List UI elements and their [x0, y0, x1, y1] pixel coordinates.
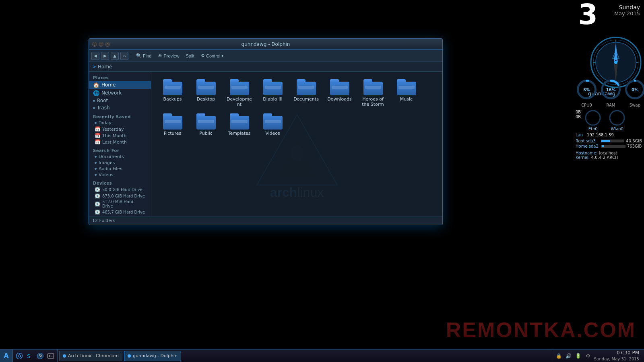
taskbar-tray: 🔒 🔊 🔋 ⚙ 07:30 PM Sunday, May 31, 2015	[552, 350, 644, 362]
folder-templates[interactable]: Templates	[224, 112, 254, 138]
search-for-heading: Search For	[89, 147, 151, 154]
breadcrumb-home[interactable]: Home	[98, 64, 112, 70]
kernel-val: 4.0.4-2-ARCH	[591, 155, 618, 160]
folder-diablo-iii[interactable]: Diablo III	[258, 78, 288, 109]
taskbar-clock-time: 07:30 PM	[594, 350, 639, 356]
disk-section: Root sda3 40.6GiB Home sda2 763GiB	[576, 139, 642, 148]
folder-public[interactable]: Public	[191, 112, 221, 138]
dolphin-app-dot	[128, 354, 131, 358]
sidebar-item-network[interactable]: 🌐 Network	[89, 89, 151, 97]
hostname-val: localhost	[599, 151, 617, 155]
sidebar-item-videos-search[interactable]: Videos	[89, 172, 151, 178]
toolbar-home-button[interactable]: ⌂	[120, 52, 128, 60]
chromium-app-dot	[63, 354, 66, 358]
folder-development[interactable]: Development	[224, 78, 254, 109]
taskbar-icon-chromium[interactable]	[14, 351, 24, 361]
folder-heroes-of-the-storm[interactable]: Heroes of the Storm	[358, 78, 388, 109]
window-minimize-button[interactable]: _	[92, 42, 97, 47]
folder-music[interactable]: Music	[391, 78, 421, 109]
hdd1-icon: 💽	[95, 187, 100, 192]
sidebar-item-hdd4[interactable]: 💽 465.7 GiB Hard Drive	[89, 209, 151, 215]
sidebar-item-today[interactable]: Today	[89, 120, 151, 126]
toolbar-up-button[interactable]: ▲	[111, 52, 119, 60]
disk2-label: Home sda2	[576, 144, 600, 148]
sidebar-item-yesterday[interactable]: 📅 Yesterday	[89, 126, 151, 132]
toolbar-split-button[interactable]: Split	[184, 51, 197, 60]
svg-text:St: St	[39, 354, 42, 358]
tray-icon-battery[interactable]: 🔋	[575, 352, 582, 360]
tray-icon-network[interactable]: 🔒	[555, 352, 563, 360]
taskbar-icon-skype[interactable]: S	[25, 351, 35, 361]
lan-label: Lan	[576, 133, 583, 137]
folder-downloads[interactable]: Downloads	[324, 78, 355, 109]
host-block: Hostname: localhost Kernel: 4.0.4-2-ARCH	[576, 151, 642, 160]
home-icon: 🏠	[93, 82, 99, 88]
places-section: Places 🏠 Home 🌐 Network Root	[89, 74, 151, 111]
sidebar-item-hdd1[interactable]: 💽 50.0 GiB Hard Drive	[89, 186, 151, 193]
file-grid-area: archlinux Backups Desktop Dev	[151, 72, 442, 216]
toolbar-back-button[interactable]: ◀	[91, 52, 99, 60]
root-dot-icon	[93, 100, 95, 102]
tray-icon-settings[interactable]: ⚙	[584, 352, 592, 360]
sidebar-item-documents[interactable]: Documents	[89, 154, 151, 160]
cpu-label: CPU0	[576, 103, 598, 107]
svg-marker-25	[277, 137, 317, 179]
sidebar-item-this-month[interactable]: 📅 This Month	[89, 132, 151, 139]
disk2-size: 763GiB	[627, 144, 642, 148]
taskbar-app-chromium[interactable]: Arch Linux - Chromium	[59, 351, 122, 361]
sidebar-item-last-month[interactable]: 📅 Last Month	[89, 139, 151, 145]
tray-icon-volume[interactable]: 🔊	[565, 352, 572, 360]
gear-icon: ⚙	[201, 53, 205, 58]
sidebar-item-hdd2[interactable]: 💽 873.0 GiB Hard Drive	[89, 193, 151, 199]
taskbar-start-button[interactable]: A	[0, 350, 13, 362]
svg-text:S: S	[27, 353, 30, 359]
sidebar-item-trash[interactable]: Trash	[89, 104, 151, 111]
dolphin-app-label: gunndawg - Dolphin	[133, 353, 178, 358]
places-heading: Places	[89, 74, 151, 81]
dolphin-statusbar: 12 Folders	[89, 216, 442, 225]
toolbar-control-button[interactable]: ⚙ Control ▾	[198, 51, 226, 60]
svg-point-22	[610, 111, 624, 125]
folder-backups[interactable]: Backups	[157, 78, 188, 109]
preview-icon: 👁	[158, 53, 162, 58]
sidebar-item-hdd3[interactable]: 💽 512.0 MiB Hard Drive	[89, 199, 151, 209]
system-monitor: 3% CPU0 16% RAM 0% Swap	[576, 78, 642, 160]
find-icon: 🔍	[136, 53, 142, 58]
eth0-data: 0B 0B Eth0	[576, 110, 642, 131]
svg-rect-35	[48, 354, 54, 358]
taskbar: A S	[0, 349, 644, 362]
svg-point-9	[614, 61, 617, 64]
wlan0-label: Wlan0	[609, 127, 625, 131]
svg-line-30	[20, 356, 22, 357]
toolbar-sep1	[131, 52, 131, 60]
toolbar-forward-button[interactable]: ▶	[101, 52, 109, 60]
recently-saved-section: Recently Saved Today 📅 Yesterday 📅 This …	[89, 113, 151, 145]
sidebar-item-audio-files[interactable]: Audio Files	[89, 166, 151, 172]
folder-videos[interactable]: Videos	[258, 112, 288, 138]
hostname-key: Hostname:	[576, 151, 598, 155]
devices-heading: Devices	[89, 179, 151, 186]
sidebar-item-home[interactable]: 🏠 Home	[89, 81, 151, 89]
hdd2-icon: 💽	[95, 193, 100, 199]
svg-text:16%: 16%	[606, 88, 616, 92]
search-for-section: Search For Documents Images Audio Files	[89, 147, 151, 178]
window-controls[interactable]: _ □ ✕	[92, 42, 110, 47]
clock-day-number: 3	[578, 2, 598, 27]
taskbar-app-dolphin[interactable]: gunndawg - Dolphin	[124, 351, 181, 361]
taskbar-clock-date: Sunday, May 31, 2015	[594, 356, 639, 362]
toolbar-find-button[interactable]: 🔍 Find	[134, 51, 154, 60]
folder-desktop[interactable]: Desktop	[191, 78, 221, 109]
sidebar-item-root[interactable]: Root	[89, 97, 151, 104]
window-close-button[interactable]: ✕	[105, 42, 110, 47]
toolbar-preview-button[interactable]: 👁 Preview	[155, 51, 182, 60]
sidebar-item-images[interactable]: Images	[89, 160, 151, 166]
dolphin-titlebar: _ □ ✕ gunndawg - Dolphin	[89, 39, 442, 50]
taskbar-icon-steam[interactable]: St	[35, 351, 45, 361]
folder-pictures[interactable]: Pictures	[157, 112, 188, 138]
folder-documents[interactable]: Documents	[291, 78, 321, 109]
svg-text:3%: 3%	[583, 88, 590, 92]
window-maximize-button[interactable]: □	[99, 42, 103, 47]
taskbar-icon-terminal[interactable]	[46, 351, 56, 361]
eth0-label: Eth0	[585, 127, 601, 131]
control-chevron-icon: ▾	[221, 53, 224, 58]
